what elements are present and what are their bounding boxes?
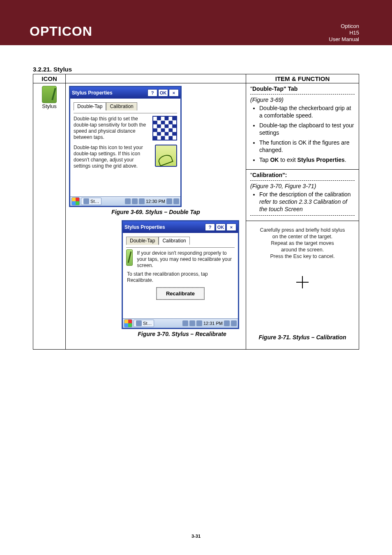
cal-bullet-1: For the description of the calibration r… [259,191,355,213]
stylus-icon-label: Stylus [35,103,64,109]
cal-fig-ref: (Figure 3-70, Figure 3-71) [250,182,355,190]
taskbar-app-label: St… [90,199,99,204]
ok-button[interactable]: OK [158,89,168,97]
content-area: 3.2.21. Stylus ICON ITEM & FUNCTION Styl… [33,66,359,350]
taskbar-app-button[interactable]: St… [81,198,101,205]
close-button[interactable]: × [169,89,179,97]
fig69-para1: Double-tap this grid to set the double-t… [74,116,148,140]
fig69-para2: Double-tap this icon to test your double… [74,145,151,169]
fig69-titlebar: Stylus Properties ? OK × [70,87,180,99]
dt-fig-ref: (Figure 3-69) [250,96,355,104]
checkerboard-grid[interactable] [152,116,177,140]
tray-icon[interactable] [173,198,179,204]
cal-bullets: For the description of the calibration r… [250,191,355,213]
dt-title-rest: " Tab [284,85,297,92]
page-root: OPTICON Opticon H15 User Manual 3.2.21. … [0,0,392,555]
cal-title-strong: Calibration [252,172,282,178]
right-calibration-cell: "Calibration": (Figure 3-70, Figure 3-71… [246,170,359,221]
tray-icon[interactable] [196,320,202,326]
fig70-titlebar: Stylus Properties ? OK × [123,221,238,233]
tab-calibration[interactable]: Calibration [106,102,137,111]
taskbar-clock: 12:31 PM [203,321,223,326]
fig71-caption: Figure 3-71. Stylus – Calibration [250,334,355,341]
fig69-caption: Figure 3-69. Stylus – Double Tap [69,209,242,215]
brand-logo: OPTICON [30,24,92,39]
taskbar-app-label: St… [143,321,152,326]
dashed-separator [250,94,355,94]
calibration-target-icon[interactable] [296,276,309,288]
start-icon[interactable] [124,319,132,327]
tray-icon[interactable] [224,320,230,326]
tray-icon[interactable] [189,320,195,326]
stylus-icon [42,86,57,103]
fig70-body: Double-Tap Calibration If your device is… [123,233,238,318]
tray-icon[interactable] [125,198,131,204]
doc-brand: Opticon [329,23,359,30]
fig70-window: Stylus Properties ? OK × Double-Tap Cali… [122,220,239,329]
header-bar: OPTICON Opticon H15 User Manual [0,0,392,45]
tab-calibration[interactable]: Calibration [159,237,189,245]
dashed-separator [250,180,355,181]
dt-bullet-3: The function is OK if the figures are ch… [259,139,355,154]
icon-cell: Stylus [33,83,66,350]
stylus-mini-icon [126,249,133,266]
taskbar-clock: 12:30 PM [146,199,165,204]
tray-icon[interactable] [139,198,145,204]
fig70-title-text: Stylus Properties [125,224,204,230]
tray-icon[interactable] [132,198,138,204]
doc-type: User Manual [329,36,359,43]
close-button[interactable]: × [226,223,236,231]
section-heading: 3.2.21. Stylus [33,66,359,73]
tray-icon[interactable] [166,198,172,204]
col-header-mid [66,74,246,83]
fig70-caption: Figure 3-70. Stylus – Recalibrate [122,331,242,337]
test-clapboard-icon[interactable] [155,145,177,167]
fig70-taskbar: St… 12:31 PM [123,318,238,328]
dt-bullet-4: Tap OK to exit Stylus Properties. [259,156,355,164]
doc-model: H15 [329,30,359,36]
taskbar-app-icon [136,320,142,326]
fig69-title-text: Stylus Properties [72,90,147,96]
dt-title-strong: Double-Tap [252,85,284,92]
tray-icon[interactable] [182,320,188,326]
help-button[interactable]: ? [205,223,215,231]
fig69-window: Stylus Properties ? OK × Double-Tap Cali… [69,86,182,207]
dt-bullets: Double-tap the checkerboard grip at a co… [250,104,355,164]
taskbar-app-icon [83,198,89,204]
dt-bullet-2: Double-tap the clapboard to test your se… [259,122,355,136]
start-icon[interactable] [71,197,80,205]
cal-title-rest: ": [282,172,287,178]
fig69-taskbar: St… 12:30 PM [70,196,180,206]
col-header-icon: ICON [33,74,66,83]
tray-icon[interactable] [231,320,237,326]
main-table: ICON ITEM & FUNCTION Stylus Stylus [33,74,359,350]
right-doubletap-cell: "Double-Tap" Tab (Figure 3-69) Double-ta… [246,83,359,170]
fig71-panel: Carefully press and briefly hold stylus … [250,224,355,332]
page-number: 3-31 [0,534,392,539]
fig71-instructions: Carefully press and briefly hold stylus … [252,227,353,260]
fig70-memo1: If your device isn't responding properly… [137,250,234,269]
tab-double-tap[interactable]: Double-Tap [126,237,159,245]
help-button[interactable]: ? [148,89,157,97]
dashed-separator [250,215,355,216]
fig69-body: Double-Tap Calibration Double-tap this g… [70,99,180,196]
doc-meta: Opticon H15 User Manual [329,23,359,43]
col-header-func: ITEM & FUNCTION [246,74,359,83]
fig71-cell: Carefully press and briefly hold stylus … [246,221,359,350]
recalibrate-button[interactable]: Recalibrate [157,288,204,299]
ok-button[interactable]: OK [216,223,226,231]
fig70-memo2: To start the recalibration process, tap … [127,271,234,283]
dt-bullet-1: Double-tap the checkerboard grip at a co… [259,104,355,119]
taskbar-app-button[interactable]: St… [134,320,154,327]
tab-double-tap[interactable]: Double-Tap [74,102,106,111]
